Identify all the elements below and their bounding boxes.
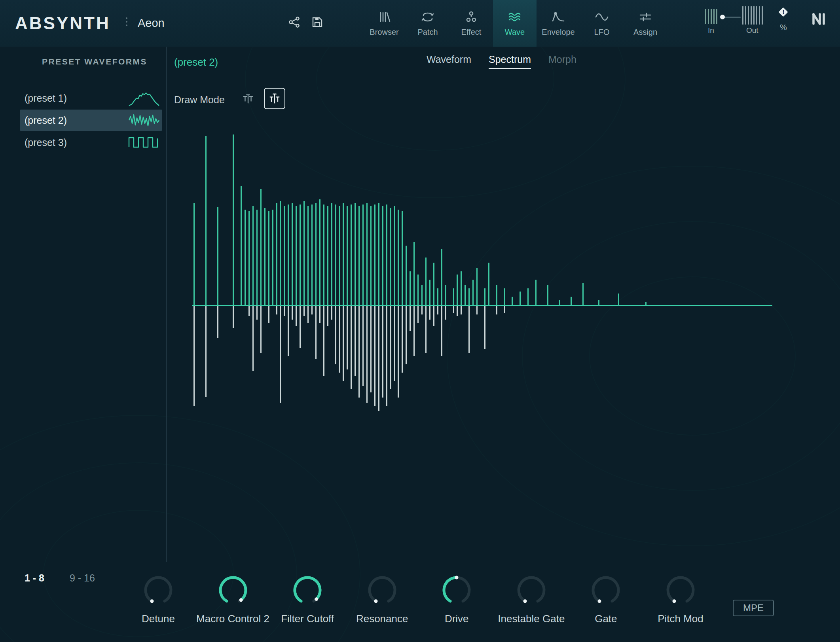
knob-dial[interactable] xyxy=(663,572,698,608)
io-balance-slider[interactable] xyxy=(722,17,741,18)
knob-label: Resonance xyxy=(356,613,408,625)
draw-single-icon xyxy=(241,92,255,105)
waveform-thumbnail-noisy-icon xyxy=(128,111,160,129)
tab-label: Effect xyxy=(461,28,482,37)
preset-waveforms-header: PRESET WAVEFORMS xyxy=(42,57,147,66)
mpe-button[interactable]: MPE xyxy=(733,600,774,616)
knob-drive[interactable]: Drive xyxy=(421,572,492,625)
patch-icon xyxy=(421,10,435,24)
lfo-icon xyxy=(594,10,609,24)
editing-preset-label: (preset 2) xyxy=(174,56,218,68)
main-nav-tabs: Browser Patch Effect xyxy=(362,0,667,47)
knob-dial[interactable] xyxy=(290,572,325,608)
knob-label: Pitch Mod xyxy=(658,613,703,625)
knob-label: Detune xyxy=(142,613,175,625)
draw-mode-buttons xyxy=(237,88,285,109)
draw-mode-single-button[interactable] xyxy=(237,88,259,109)
native-instruments-logo-icon[interactable] xyxy=(808,9,829,29)
macro-page-1-8[interactable]: 1 - 8 xyxy=(25,572,44,584)
draw-mode-multi-button[interactable] xyxy=(264,88,285,109)
input-level-meter xyxy=(705,9,717,24)
loaded-preset-name[interactable]: Aeon xyxy=(138,17,165,30)
in-label: In xyxy=(708,26,714,35)
draw-multi-icon xyxy=(268,92,281,105)
output-level-meter xyxy=(742,6,763,25)
knob-detune[interactable]: Detune xyxy=(123,572,194,625)
preset-item-label: (preset 3) xyxy=(25,137,67,148)
knob-label: Macro Control 2 xyxy=(196,613,269,625)
tab-spectrum-view[interactable]: Spectrum xyxy=(489,54,531,69)
macro-page-9-16[interactable]: 9 - 16 xyxy=(70,572,95,584)
wave-view-tabs: Waveform Spectrum Morph xyxy=(427,54,576,69)
absynth-window: ABSYNTH Aeon Browser xyxy=(0,0,840,642)
tab-browser[interactable]: Browser xyxy=(362,0,406,47)
preset-item-label: (preset 1) xyxy=(25,93,67,104)
knob-macro-control-2[interactable]: Macro Control 2 xyxy=(197,572,269,625)
cpu-alert-icon: ! xyxy=(778,7,789,17)
knob-gate[interactable]: Gate xyxy=(570,572,641,625)
knob-filter-cutoff[interactable]: Filter Cutoff xyxy=(272,572,343,625)
preset-item-1[interactable]: (preset 1) xyxy=(20,87,162,109)
tab-label: Assign xyxy=(633,28,657,37)
knob-dial[interactable] xyxy=(364,572,400,608)
tab-wave[interactable]: Wave xyxy=(493,0,537,47)
tab-assign[interactable]: Assign xyxy=(624,0,667,47)
knob-label: Drive xyxy=(445,613,469,625)
waveform-thumbnail-square-icon xyxy=(128,133,160,152)
preset-item-label: (preset 2) xyxy=(25,115,67,126)
absynth-logo: ABSYNTH xyxy=(15,13,110,33)
knob-dial[interactable] xyxy=(215,572,251,608)
tab-label: LFO xyxy=(594,28,610,37)
browser-icon xyxy=(377,10,391,24)
save-icon[interactable] xyxy=(309,14,325,30)
knob-pitch-mod[interactable]: Pitch Mod xyxy=(645,572,716,625)
share-icon[interactable] xyxy=(286,14,302,30)
knob-resonance[interactable]: Resonance xyxy=(347,572,418,625)
tab-effect[interactable]: Effect xyxy=(449,0,493,47)
slider-handle[interactable] xyxy=(720,15,725,19)
knob-dial[interactable] xyxy=(439,572,474,608)
spectrum-editor[interactable] xyxy=(192,119,774,419)
out-label: Out xyxy=(746,26,758,35)
tab-label: Patch xyxy=(417,28,438,37)
effect-icon xyxy=(465,10,478,24)
tab-patch[interactable]: Patch xyxy=(406,0,449,47)
tab-envelope[interactable]: Envelope xyxy=(537,0,580,47)
assign-icon xyxy=(638,10,652,24)
cpu-indicator: ! % xyxy=(776,7,791,32)
macro-knob-row: Detune Macro Control 2 Filter Cutoff Res… xyxy=(123,572,716,625)
tab-waveform-view[interactable]: Waveform xyxy=(427,54,471,68)
top-bar: ABSYNTH Aeon Browser xyxy=(0,0,840,47)
knob-label: Gate xyxy=(595,613,617,625)
knob-dial[interactable] xyxy=(588,572,624,608)
knob-label: Inestable Gate xyxy=(498,613,565,625)
waveform-thumbnail-smooth-icon xyxy=(128,89,160,107)
sidebar-divider xyxy=(166,47,167,562)
knob-inestable-gate[interactable]: Inestable Gate xyxy=(496,572,567,625)
tab-label: Envelope xyxy=(542,28,575,37)
knob-dial[interactable] xyxy=(514,572,549,608)
tab-morph-view[interactable]: Morph xyxy=(548,54,576,68)
preset-item-2[interactable]: (preset 2) xyxy=(20,110,162,131)
tab-label: Browser xyxy=(370,28,398,37)
tab-lfo[interactable]: LFO xyxy=(580,0,624,47)
cpu-percent-label: % xyxy=(776,23,791,32)
knob-dial[interactable] xyxy=(140,572,176,608)
more-options-icon[interactable] xyxy=(126,17,127,26)
spectrum-chart[interactable] xyxy=(192,119,774,419)
wave-icon xyxy=(507,10,522,24)
preset-item-3[interactable]: (preset 3) xyxy=(20,132,162,153)
tab-label: Wave xyxy=(505,28,525,37)
envelope-icon xyxy=(551,10,565,24)
knob-label: Filter Cutoff xyxy=(281,613,334,625)
draw-mode-label: Draw Mode xyxy=(174,94,225,106)
